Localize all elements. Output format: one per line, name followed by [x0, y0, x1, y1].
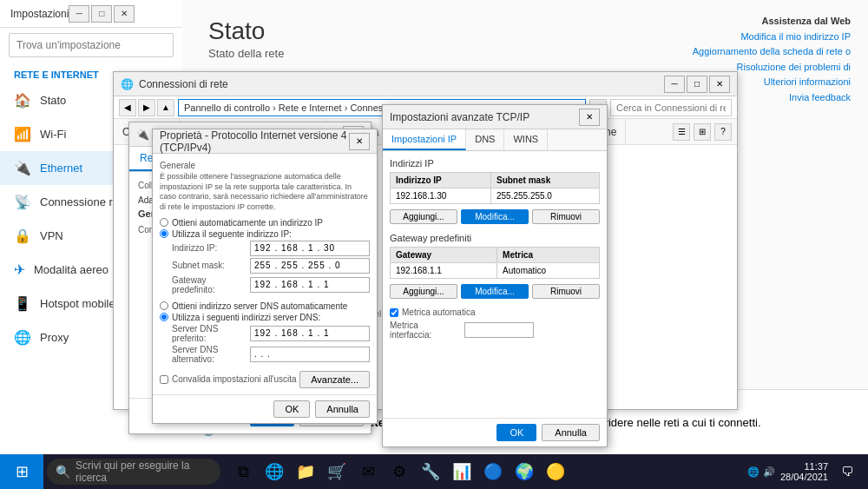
hotspot-icon: 📱 [14, 295, 31, 312]
subnet-header: Subnet mask [490, 173, 599, 188]
close-button[interactable]: ✕ [114, 5, 135, 23]
start-button[interactable]: ⊞ [0, 454, 43, 489]
app5-icon[interactable]: 🟡 [542, 454, 569, 489]
add-gw-button[interactable]: Aggiungi... [390, 284, 457, 299]
ok-button[interactable]: OK [273, 400, 310, 418]
metric-auto-row: Metrica automatica [390, 307, 600, 317]
table-row[interactable]: 192.168.1.1 Automatico [391, 263, 600, 279]
radio-auto-dns[interactable]: Ottieni indirizzo server DNS automaticam… [160, 301, 370, 311]
ip-header: Indirizzo IP [391, 173, 491, 188]
remove-ip-button[interactable]: Rimuovi [532, 209, 600, 224]
app2-icon[interactable]: 📊 [448, 454, 476, 489]
sidebar-item-label: Proxy [40, 331, 69, 344]
taskview-icon[interactable]: ⧉ [229, 454, 257, 489]
tab-wins[interactable]: WINS [504, 129, 548, 150]
network-tray-icon[interactable]: 🌐 [747, 466, 760, 478]
ip-button-row: Aggiungi... Modifica... Rimuovi [390, 209, 600, 224]
date: 28/04/2021 [780, 472, 828, 482]
dns-alt-input[interactable] [250, 347, 370, 362]
tcpip-buttons: OK Annulla [153, 394, 377, 423]
volume-icon[interactable]: 🔊 [763, 466, 775, 478]
close-button[interactable]: ✕ [349, 133, 370, 150]
prop-icon: 🔌 [136, 129, 149, 141]
settings-search[interactable] [9, 33, 174, 57]
radio-manual-dns[interactable]: Utilizza i seguenti indirizzi server DNS… [160, 313, 370, 322]
assistenza-link1[interactable]: Modifica il mio indirizzo IP [693, 30, 851, 45]
time: 11:37 [780, 461, 828, 472]
minimize-button[interactable]: ─ [664, 76, 685, 93]
annulla-button[interactable]: Annulla [542, 424, 600, 441]
app1-icon[interactable]: 🔧 [417, 454, 444, 489]
search-icon: 🔍 [56, 465, 70, 479]
store-icon[interactable]: 🛒 [323, 454, 351, 489]
ip-label: Indirizzo IP: [172, 243, 250, 253]
ip-cell: 192.168.1.30 [391, 188, 491, 204]
mail-icon[interactable]: ✉ [354, 454, 382, 489]
app4-icon[interactable]: 🌍 [510, 454, 538, 489]
gateway-field-row: Gateway predefinito: [172, 275, 370, 294]
stato-icon: 🏠 [14, 92, 31, 109]
maximize-button[interactable]: □ [687, 76, 707, 93]
forward-button[interactable]: ▶ [138, 99, 155, 116]
tcpip-dialog: Proprietà - Protocollo Internet versione… [152, 129, 378, 424]
search-text: Scrivi qui per eseguire la ricerca [76, 459, 212, 484]
validate-label: Convalida impostazioni all'uscita [172, 374, 297, 384]
tab-ip[interactable]: Impostazioni IP [383, 129, 466, 150]
dns-alt-row: Server DNS alternativo: [172, 345, 370, 364]
metric-auto-checkbox[interactable] [390, 308, 398, 317]
help-btn[interactable]: ? [714, 123, 732, 141]
modify-gw-button[interactable]: Modifica... [461, 284, 529, 299]
ok-button[interactable]: OK [496, 424, 536, 441]
radio-manual-ip[interactable]: Utilizza il seguente indirizzo IP: [160, 229, 370, 239]
subnet-label: Subnet mask: [172, 261, 250, 270]
settings-icon[interactable]: ⚙ [385, 454, 413, 489]
net-conn-titlebar: 🌐 Connessioni di rete ─ □ ✕ [114, 72, 737, 96]
edge-icon[interactable]: 🌐 [260, 454, 288, 489]
view-btn2[interactable]: ⊞ [694, 123, 711, 141]
tcpip-dns-section: Ottieni indirizzo server DNS automaticam… [160, 301, 370, 364]
add-ip-button[interactable]: Aggiungi... [390, 209, 457, 224]
address-search[interactable] [610, 99, 732, 116]
explorer-icon[interactable]: 📁 [292, 454, 319, 489]
net-conn-title: 🌐 Connessioni di rete [121, 78, 228, 90]
wifi-icon: 📶 [14, 126, 31, 142]
view-btn1[interactable]: ☰ [673, 123, 690, 141]
minimize-button[interactable]: ─ [69, 5, 89, 23]
ip-input[interactable] [250, 241, 370, 256]
adv-content: Indirizzi IP Indirizzo IP Subnet mask 19… [383, 151, 607, 418]
maximize-button[interactable]: □ [91, 5, 112, 23]
remove-gw-button[interactable]: Rimuovi [532, 284, 600, 299]
app3-icon[interactable]: 🔵 [479, 454, 507, 489]
sidebar-item-label: Modalità aereo [34, 263, 108, 276]
search-input[interactable] [9, 33, 174, 57]
annulla-button[interactable]: Annulla [315, 400, 370, 418]
metric-auto-label: Metrica automatica [402, 307, 475, 317]
gateway-input[interactable] [250, 277, 370, 293]
table-row[interactable]: 192.168.1.30 255.255.255.0 [391, 188, 600, 204]
metric-input[interactable] [464, 322, 534, 338]
up-button[interactable]: ▲ [157, 99, 174, 116]
metric-header: Metrica [497, 248, 600, 263]
tcpip-content: Generale È possibile ottenere l'assegnaz… [153, 154, 377, 394]
assistenza-link2[interactable]: Aggiornamento della scheda di rete o [693, 44, 851, 60]
tcpip-titlebar: Proprietà - Protocollo Internet versione… [153, 129, 377, 154]
dns-preferred-input[interactable] [250, 326, 370, 341]
notification-icon[interactable]: 🗨 [833, 454, 861, 489]
taskbar-right: 🌐 🔊 11:37 28/04/2021 🗨 [747, 454, 868, 489]
modify-ip-button[interactable]: Modifica... [461, 209, 529, 224]
taskbar-search[interactable]: 🔍 Scrivi qui per eseguire la ricerca [47, 459, 220, 485]
advanced-button[interactable]: Avanzate... [299, 371, 370, 388]
tab-dns[interactable]: DNS [466, 129, 504, 150]
taskbar-icons: ⧉ 🌐 📁 🛒 ✉ ⚙ 🔧 📊 🔵 🌍 🟡 [224, 454, 575, 489]
validate-checkbox[interactable] [160, 375, 168, 384]
close-button[interactable]: ✕ [579, 109, 600, 126]
metric-label: Metrica interfaccia: [390, 320, 459, 340]
adv-gw-section-title: Gateway predefiniti [390, 233, 600, 243]
ethernet-icon: 🔌 [14, 160, 31, 176]
radio-auto-ip[interactable]: Ottieni automaticamente un indirizzo IP [160, 218, 370, 228]
sidebar-item-label: Ethernet [40, 162, 82, 175]
close-button[interactable]: ✕ [709, 76, 730, 93]
vpn-icon: 🔒 [14, 228, 31, 244]
subnet-input[interactable] [250, 258, 370, 274]
back-button[interactable]: ◀ [119, 99, 136, 116]
